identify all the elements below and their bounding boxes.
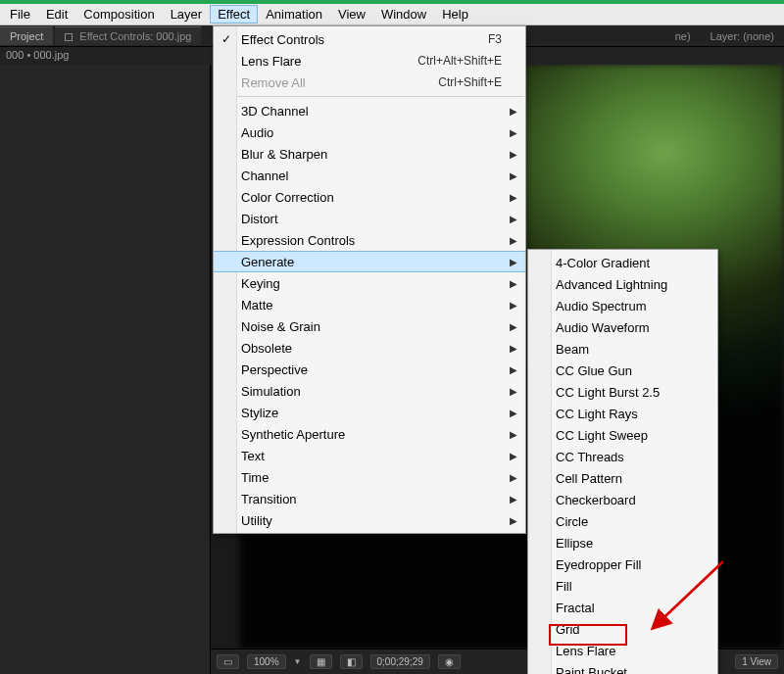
menu-item-label: 4-Color Gradient xyxy=(556,256,650,270)
effect-menu-group-perspective[interactable]: Perspective▶ xyxy=(214,359,525,380)
menu-item-label: CC Light Burst 2.5 xyxy=(556,385,660,400)
submenu-arrow-icon: ▶ xyxy=(510,429,517,440)
menu-effect[interactable]: Effect xyxy=(210,5,258,24)
effect-menu-group-time[interactable]: Time▶ xyxy=(214,466,525,488)
menu-item-label: Perspective xyxy=(241,362,308,377)
effect-menu-group-audio[interactable]: Audio▶ xyxy=(214,121,525,143)
menu-layer[interactable]: Layer xyxy=(163,5,211,24)
effect-menu-group-obsolete[interactable]: Obsolete▶ xyxy=(214,337,525,359)
effect-menu-group-text[interactable]: Text▶ xyxy=(214,445,525,466)
generate-item-circle[interactable]: Circle xyxy=(528,510,717,532)
submenu-arrow-icon: ▶ xyxy=(510,451,517,461)
view-count-dropdown[interactable]: 1 View xyxy=(735,654,778,669)
submenu-arrow-icon: ▶ xyxy=(510,192,517,203)
menu-item-label: Obsolete xyxy=(241,341,292,356)
menu-item-label: 3D Channel xyxy=(241,104,309,119)
menu-item-label: CC Light Sweep xyxy=(556,428,648,443)
submenu-arrow-icon: ▶ xyxy=(510,472,517,483)
menu-view[interactable]: View xyxy=(330,5,373,24)
tab-project[interactable]: Project xyxy=(0,26,53,45)
menu-item-label: Audio xyxy=(241,125,273,140)
submenu-arrow-icon: ▶ xyxy=(510,515,517,526)
generate-item-beam[interactable]: Beam xyxy=(528,338,717,360)
menu-animation[interactable]: Animation xyxy=(258,5,330,24)
menu-bar: File Edit Composition Layer Effect Anima… xyxy=(0,4,784,25)
effect-menu-group-simulation[interactable]: Simulation▶ xyxy=(214,380,525,402)
tab-layer-none[interactable]: Layer: (none) xyxy=(701,27,784,45)
effect-menu-group-stylize[interactable]: Stylize▶ xyxy=(214,402,525,423)
generate-item-paint-bucket[interactable]: Paint Bucket xyxy=(528,661,717,674)
generate-item-fill[interactable]: Fill xyxy=(528,575,717,597)
generate-item-cc-light-rays[interactable]: CC Light Rays xyxy=(528,403,717,424)
menu-help[interactable]: Help xyxy=(434,5,476,24)
effect-menu-group-transition[interactable]: Transition▶ xyxy=(214,488,525,509)
menu-item-label: Synthetic Aperture xyxy=(241,427,345,442)
submenu-arrow-icon: ▶ xyxy=(510,235,517,246)
generate-item-cell-pattern[interactable]: Cell Pattern xyxy=(528,467,717,489)
generate-item-advanced-lightning[interactable]: Advanced Lightning xyxy=(528,273,717,295)
generate-item-cc-light-sweep[interactable]: CC Light Sweep xyxy=(528,424,717,446)
menu-item-label: Utility xyxy=(241,513,272,528)
effect-menu-group-expression-controls[interactable]: Expression Controls▶ xyxy=(214,229,525,251)
effect-menu-group-matte[interactable]: Matte▶ xyxy=(214,294,525,315)
generate-item-cc-glue-gun[interactable]: CC Glue Gun xyxy=(528,360,717,381)
submenu-arrow-icon: ▶ xyxy=(510,364,517,375)
submenu-arrow-icon: ▶ xyxy=(510,257,517,267)
submenu-arrow-icon: ▶ xyxy=(510,494,517,505)
generate-item-cc-light-burst-2-5[interactable]: CC Light Burst 2.5 xyxy=(528,381,717,403)
generate-item-audio-waveform[interactable]: Audio Waveform xyxy=(528,316,717,338)
menu-item-label: Expression Controls xyxy=(241,233,355,248)
effect-menu-group-synthetic-aperture[interactable]: Synthetic Aperture▶ xyxy=(214,423,525,445)
generate-item-audio-spectrum[interactable]: Audio Spectrum xyxy=(528,295,717,316)
submenu-arrow-icon: ▶ xyxy=(510,106,517,117)
generate-item-ellipse[interactable]: Ellipse xyxy=(528,532,717,554)
timecode-display[interactable]: 0;00;29;29 xyxy=(370,654,430,669)
window-icon[interactable]: ▭ xyxy=(217,654,239,669)
project-panel[interactable] xyxy=(0,65,211,674)
menu-item-label: CC Threads xyxy=(556,450,624,464)
tab-effect-controls[interactable]: Effect Controls: 000.jpg xyxy=(55,26,201,45)
effect-menu-dropdown: ✓Effect ControlsF3Lens FlareCtrl+Alt+Shi… xyxy=(213,25,526,534)
menu-item-label: Generate xyxy=(241,255,294,269)
menu-item-label: Stylize xyxy=(241,406,278,420)
submenu-arrow-icon: ▶ xyxy=(510,214,517,224)
menu-item-label: Cell Pattern xyxy=(556,471,622,486)
generate-item-lens-flare[interactable]: Lens Flare xyxy=(528,640,717,661)
effect-menu-item-lens-flare[interactable]: Lens FlareCtrl+Alt+Shift+E xyxy=(214,50,525,72)
camera-icon[interactable]: ◉ xyxy=(438,654,461,669)
submenu-arrow-icon: ▶ xyxy=(510,343,517,354)
effect-menu-group-blur-sharpen[interactable]: Blur & Sharpen▶ xyxy=(214,143,525,165)
submenu-arrow-icon: ▶ xyxy=(510,127,517,138)
menu-item-label: Beam xyxy=(556,342,589,357)
effect-menu-group-distort[interactable]: Distort▶ xyxy=(214,208,525,229)
effect-menu-group-3d-channel[interactable]: 3D Channel▶ xyxy=(214,100,525,121)
tab-effect-controls-label: Effect Controls: 000.jpg xyxy=(79,30,191,42)
grid-icon[interactable]: ▦ xyxy=(310,654,332,669)
generate-item-eyedropper-fill[interactable]: Eyedropper Fill xyxy=(528,554,717,575)
mask-icon[interactable]: ◧ xyxy=(340,654,363,669)
generate-item-grid[interactable]: Grid xyxy=(528,618,717,640)
menu-item-label: Checkerboard xyxy=(556,493,636,507)
tab-composition-clipped[interactable]: ne) xyxy=(665,27,701,45)
effect-menu-group-noise-grain[interactable]: Noise & Grain▶ xyxy=(214,315,525,337)
generate-item-4-color-gradient[interactable]: 4-Color Gradient xyxy=(528,252,717,273)
menu-window[interactable]: Window xyxy=(373,5,434,24)
generate-item-fractal[interactable]: Fractal xyxy=(528,597,717,618)
effect-menu-item-effect-controls[interactable]: ✓Effect ControlsF3 xyxy=(214,28,525,50)
effect-menu-group-channel[interactable]: Channel▶ xyxy=(214,165,525,186)
menu-item-label: Paint Bucket xyxy=(556,665,627,675)
menu-item-label: Eyedropper Fill xyxy=(556,557,641,572)
generate-item-checkerboard[interactable]: Checkerboard xyxy=(528,489,717,510)
menu-edit[interactable]: Edit xyxy=(38,5,75,24)
menu-file[interactable]: File xyxy=(2,5,38,24)
submenu-arrow-icon: ▶ xyxy=(510,170,517,181)
submenu-arrow-icon: ▶ xyxy=(510,300,517,311)
menu-composition[interactable]: Composition xyxy=(75,5,162,24)
effect-menu-group-generate[interactable]: Generate▶ xyxy=(214,251,525,272)
effect-menu-group-color-correction[interactable]: Color Correction▶ xyxy=(214,186,525,208)
effect-menu-group-utility[interactable]: Utility▶ xyxy=(214,509,525,531)
zoom-dropdown[interactable]: 100% xyxy=(247,654,286,669)
effect-menu-group-keying[interactable]: Keying▶ xyxy=(214,272,525,294)
menu-item-label: CC Glue Gun xyxy=(556,363,632,378)
generate-item-cc-threads[interactable]: CC Threads xyxy=(528,446,717,467)
